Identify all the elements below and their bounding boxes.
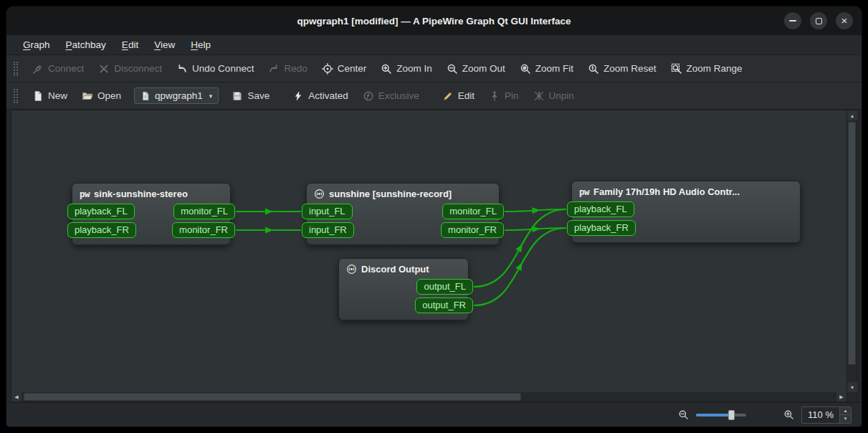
zoom-out-icon (447, 63, 458, 75)
scroll-left-icon[interactable]: ◀ (11, 392, 22, 401)
minimize-button[interactable] (784, 12, 801, 29)
redo-icon (268, 63, 280, 75)
scroll-right-icon[interactable]: ▶ (836, 392, 846, 401)
undo-icon (176, 63, 188, 75)
lightning-icon (292, 90, 304, 102)
scroll-up-icon[interactable]: ▲ (847, 110, 857, 120)
node-header[interactable]: Discord Output (339, 259, 468, 277)
zoom-range-icon (671, 63, 682, 75)
spin-up-icon[interactable]: ▲ (840, 407, 851, 416)
zoom-range-button[interactable]: Zoom Range (664, 60, 749, 78)
port-monitor-fr[interactable]: monitor_FR (441, 222, 504, 238)
node-title: Family 17h/19h HD Audio Contr... (593, 186, 740, 197)
port-input-fl[interactable]: input_FL (302, 204, 353, 219)
patchbay-file-combo[interactable]: qpwgraph1 ▾ (134, 87, 219, 104)
port-monitor-fl[interactable]: monitor_FL (173, 204, 235, 219)
maximize-button[interactable] (810, 12, 827, 29)
node-sink-sunshine-stereo[interactable]: pw sink-sunshine-stereo playback_FL play… (72, 183, 231, 245)
new-button[interactable]: New (26, 87, 74, 105)
port-playback-fl[interactable]: playback_FL (67, 204, 135, 219)
redo-button[interactable]: Redo (262, 60, 313, 78)
close-button[interactable]: × (836, 12, 853, 29)
undo-connect-button[interactable]: Undo Connect (170, 60, 260, 78)
toolbar-drag-handle[interactable] (14, 89, 18, 103)
node-sunshine[interactable]: sunshine [sunshine-record] input_FL inpu… (306, 183, 500, 245)
audio-app-icon (314, 189, 325, 199)
zoom-slider[interactable] (696, 409, 746, 421)
port-output-fr[interactable]: output_FR (415, 298, 473, 313)
node-header[interactable]: sunshine [sunshine-record] (307, 184, 499, 202)
vertical-scrollbar[interactable]: ▲ ▼ (846, 110, 857, 392)
graph-view: pw sink-sunshine-stereo playback_FL play… (11, 110, 857, 402)
zoom-out-mini-icon[interactable] (678, 409, 689, 420)
statusbar: 110 % ▲ ▼ (6, 402, 862, 427)
exclusive-button[interactable]: Exclusive (356, 87, 426, 105)
horizontal-scroll-track[interactable] (22, 392, 836, 401)
port-input-fr[interactable]: input_FR (302, 222, 354, 238)
port-monitor-fr[interactable]: monitor_FR (172, 222, 235, 238)
toolbar-patchbay: New Open qpwgraph1 ▾ Save Activated Excl… (6, 82, 862, 110)
toolbar-graph: Connect Disconnect Undo Connect Redo Cen… (6, 55, 862, 82)
open-folder-icon (82, 90, 93, 102)
port-playback-fl[interactable]: playback_FL (567, 201, 634, 217)
node-family-audio-controller[interactable]: pw Family 17h/19h HD Audio Contr... play… (571, 181, 801, 243)
horizontal-scroll-thumb[interactable] (24, 393, 521, 401)
vertical-scroll-track[interactable] (847, 120, 857, 382)
zoom-spinbox[interactable]: 110 % ▲ ▼ (801, 406, 852, 424)
zoom-reset-icon (588, 63, 599, 75)
new-file-icon (32, 90, 44, 102)
scroll-down-icon[interactable]: ▼ (847, 382, 857, 392)
zoom-out-label: Zoom Out (462, 63, 505, 74)
connect-icon (32, 63, 44, 75)
unpin-icon (533, 90, 545, 102)
port-playback-fr[interactable]: playback_FR (567, 220, 636, 236)
menu-help[interactable]: Help (183, 35, 219, 54)
pin-label: Pin (505, 90, 519, 101)
center-icon (322, 63, 333, 75)
connect-label: Connect (48, 63, 84, 74)
toolbar-drag-handle[interactable] (14, 62, 18, 76)
app-window: qpwgraph1 [modified] — A PipeWire Graph … (6, 6, 862, 427)
horizontal-scrollbar[interactable]: ◀ ▶ (11, 392, 857, 402)
connect-button[interactable]: Connect (26, 60, 90, 78)
zoom-value[interactable]: 110 % (802, 407, 839, 423)
open-button[interactable]: Open (75, 87, 128, 105)
graph-canvas[interactable]: pw sink-sunshine-stereo playback_FL play… (11, 110, 846, 392)
zoom-fit-button[interactable]: Zoom Fit (513, 60, 580, 78)
zoom-in-mini-icon[interactable] (783, 409, 794, 420)
zoom-fit-icon (520, 63, 531, 75)
edit-button[interactable]: Edit (436, 87, 481, 105)
menu-graph[interactable]: Graph (15, 35, 58, 54)
zoom-reset-button[interactable]: Zoom Reset (581, 60, 663, 78)
port-output-fl[interactable]: output_FL (416, 279, 473, 295)
node-title: Discord Output (361, 264, 429, 275)
exclusive-icon (363, 90, 374, 102)
maximize-icon (816, 18, 822, 24)
disconnect-label: Disconnect (114, 63, 162, 74)
window-title: qpwgraph1 [modified] — A PipeWire Graph … (297, 16, 571, 27)
zoom-out-button[interactable]: Zoom Out (440, 60, 512, 78)
zoom-in-button[interactable]: Zoom In (374, 60, 439, 78)
close-icon: × (841, 15, 848, 26)
center-button[interactable]: Center (315, 60, 373, 78)
node-discord-output[interactable]: Discord Output output_FL output_FR (338, 258, 469, 320)
vertical-scroll-thumb[interactable] (848, 122, 856, 365)
titlebar[interactable]: qpwgraph1 [modified] — A PipeWire Graph … (6, 6, 862, 35)
disconnect-button[interactable]: Disconnect (92, 60, 168, 78)
node-header[interactable]: pw sink-sunshine-stereo (72, 184, 230, 202)
zoom-fit-label: Zoom Fit (535, 63, 573, 74)
menu-view[interactable]: View (146, 35, 183, 54)
port-playback-fr[interactable]: playback_FR (67, 222, 136, 238)
activated-button[interactable]: Activated (286, 87, 355, 105)
port-monitor-fl[interactable]: monitor_FL (442, 204, 504, 219)
menu-patchbay[interactable]: Patchbay (58, 35, 114, 54)
zoom-slider-handle[interactable] (728, 410, 735, 420)
pin-button[interactable]: Pin (482, 87, 525, 105)
unpin-button[interactable]: Unpin (527, 87, 581, 105)
node-header[interactable]: pw Family 17h/19h HD Audio Contr... (572, 181, 800, 200)
redo-label: Redo (284, 63, 307, 74)
menu-edit[interactable]: Edit (114, 35, 146, 54)
spin-down-icon[interactable]: ▼ (840, 415, 851, 423)
save-icon (232, 90, 243, 102)
save-button[interactable]: Save (225, 87, 276, 105)
